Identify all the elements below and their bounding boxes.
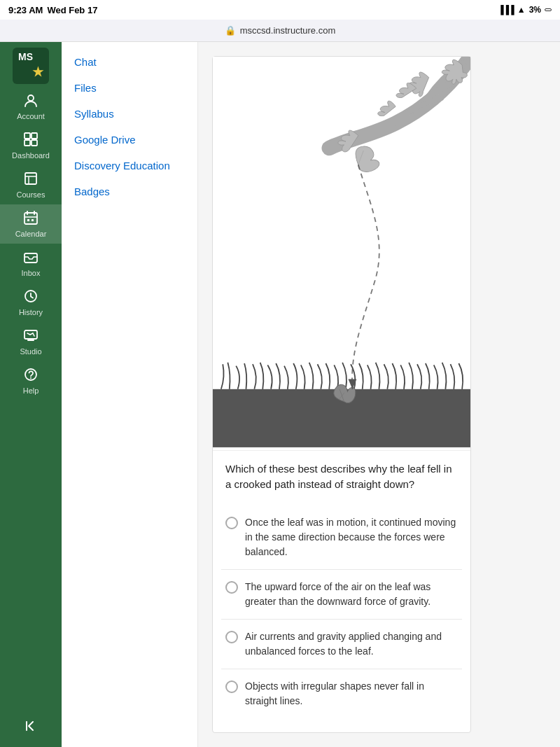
question-card: Which of these best describes why the le… (212, 56, 471, 733)
answer-options: Once the leaf was in motion, it continue… (213, 505, 470, 718)
studio-icon (23, 328, 38, 345)
url-bar[interactable]: 🔒 msccsd.instructure.com (0, 20, 560, 42)
sidebar-item-studio[interactable]: Studio (0, 322, 62, 361)
dashboard-icon (23, 132, 38, 149)
dashboard-label: Dashboard (12, 151, 50, 160)
studio-label: Studio (20, 347, 41, 356)
answer-option-c[interactable]: Air currents and gravity applied changin… (221, 619, 462, 669)
calendar-icon (23, 210, 38, 228)
history-icon (23, 288, 38, 306)
sidebar-item-courses[interactable]: Courses (0, 165, 62, 204)
radio-c[interactable] (225, 631, 238, 643)
svg-line-21 (33, 333, 34, 336)
radio-b[interactable] (225, 581, 238, 594)
calendar-label: Calendar (15, 230, 47, 238)
time: 9:23 AM (8, 5, 43, 15)
leaf-illustration (213, 57, 470, 451)
radio-a[interactable] (225, 517, 238, 529)
inbox-label: Inbox (22, 269, 41, 277)
svg-rect-4 (31, 140, 37, 146)
secondary-nav: Chat Files Syllabus Google Drive Discove… (62, 42, 198, 747)
svg-rect-14 (24, 253, 37, 263)
sidebar-collapse-button[interactable] (0, 713, 62, 740)
app-container: MS ★ Account Dashboard (0, 42, 560, 747)
sidebar-bottom (0, 713, 62, 747)
courses-icon (23, 171, 38, 188)
nav-item-google-drive[interactable]: Google Drive (62, 127, 197, 153)
question-text: Which of these best describes why the le… (213, 461, 470, 505)
answer-option-a[interactable]: Once the leaf was in motion, it continue… (221, 505, 462, 569)
svg-rect-1 (24, 133, 30, 139)
inbox-icon (23, 249, 38, 267)
svg-rect-5 (25, 173, 36, 184)
battery-text: 3% (529, 5, 541, 15)
answer-text-a: Once the leaf was in motion, it continue… (245, 515, 458, 559)
answer-option-d[interactable]: Objects with irregular shapes never fall… (221, 669, 462, 718)
svg-point-0 (28, 95, 34, 101)
lock-icon: 🔒 (225, 25, 236, 36)
main-content: Which of these best describes why the le… (198, 42, 560, 747)
battery-icon (545, 8, 552, 11)
radio-d[interactable] (225, 680, 238, 693)
date: Wed Feb 17 (47, 5, 97, 15)
help-label: Help (23, 386, 39, 395)
collapse-icon (24, 719, 38, 734)
sidebar-item-help[interactable]: Help (0, 361, 62, 400)
svg-rect-8 (24, 213, 37, 224)
account-label: Account (17, 112, 45, 120)
answer-text-b: The upward force of the air on the leaf … (245, 580, 458, 609)
sidebar-item-account[interactable]: Account (0, 87, 62, 126)
nav-item-badges[interactable]: Badges (62, 179, 197, 204)
sidebar: MS ★ Account Dashboard (0, 42, 62, 747)
sidebar-item-dashboard[interactable]: Dashboard (0, 126, 62, 165)
nav-item-discovery-education[interactable]: Discovery Education (62, 153, 197, 179)
wifi-icon: ▲ (517, 5, 526, 15)
signal-icon: ▐▐▐ (498, 5, 514, 15)
account-icon (23, 92, 38, 110)
svg-rect-13 (31, 219, 34, 221)
nav-item-syllabus[interactable]: Syllabus (62, 101, 197, 127)
status-bar: 9:23 AM Wed Feb 17 ▐▐▐ ▲ 3% (0, 0, 560, 20)
answer-text-c: Air currents and gravity applied changin… (245, 629, 458, 659)
school-logo[interactable]: MS ★ (13, 48, 49, 84)
sidebar-item-inbox[interactable]: Inbox (0, 244, 62, 283)
sidebar-item-calendar[interactable]: Calendar (0, 204, 62, 244)
courses-label: Courses (17, 190, 46, 199)
nav-item-chat[interactable]: Chat (62, 49, 197, 75)
svg-point-23 (30, 377, 31, 379)
sidebar-item-history[interactable]: History (0, 283, 62, 322)
history-label: History (19, 308, 43, 316)
svg-rect-2 (31, 133, 37, 139)
answer-option-b[interactable]: The upward force of the air on the leaf … (221, 569, 462, 619)
help-icon (23, 367, 38, 384)
answer-text-d: Objects with irregular shapes never fall… (245, 679, 458, 708)
nav-item-files[interactable]: Files (62, 75, 197, 101)
url-text: msccsd.instructure.com (240, 25, 336, 36)
svg-rect-3 (24, 140, 30, 146)
svg-rect-12 (27, 219, 29, 221)
